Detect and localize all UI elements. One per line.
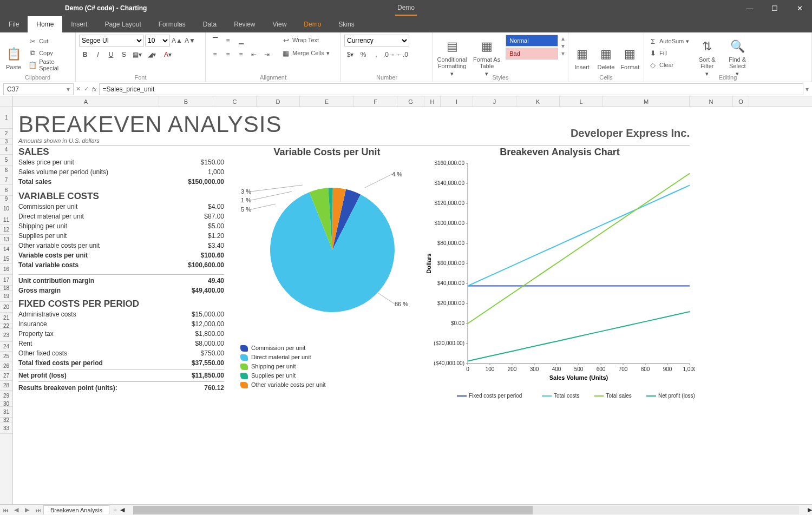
accept-formula-icon[interactable]: ✓ [84, 85, 89, 93]
column-headers[interactable]: ABCDEFGHIJKLMNO [0, 96, 812, 107]
row-header-25[interactable]: 25 [0, 352, 12, 361]
row-header-31[interactable]: 31 [0, 407, 12, 418]
horizontal-scrollbar[interactable]: ◀▶ [120, 506, 812, 514]
row-header-11[interactable]: 11 [0, 215, 12, 225]
row-header-20[interactable]: 20 [0, 302, 12, 313]
tab-nav-first[interactable]: ⏮ [0, 507, 11, 513]
tab-nav-last[interactable]: ⏭ [32, 507, 43, 513]
font-color-button[interactable]: A▾ [160, 49, 175, 61]
row-header-10[interactable]: 10 [0, 202, 12, 215]
tab-review[interactable]: Review [225, 16, 264, 32]
tab-view[interactable]: View [264, 16, 296, 32]
column-header-K[interactable]: K [516, 96, 560, 107]
align-bottom-button[interactable]: ▁ [235, 35, 247, 47]
comma-button[interactable]: , [370, 49, 382, 61]
row-header-3[interactable]: 3 [0, 138, 12, 145]
column-header-J[interactable]: J [473, 96, 516, 107]
row-header-1[interactable]: 1 [0, 107, 12, 129]
fill-color-button[interactable]: ◢▾ [144, 49, 159, 61]
row-header-8[interactable]: 8 [0, 185, 12, 196]
align-right-button[interactable]: ≡ [235, 49, 247, 61]
number-format-select[interactable]: Currency [344, 35, 409, 47]
currency-button[interactable]: $▾ [344, 49, 356, 61]
align-center-button[interactable]: ≡ [222, 49, 234, 61]
font-size-select[interactable]: 10 [145, 35, 170, 47]
column-header-H[interactable]: H [424, 96, 441, 107]
shrink-font-button[interactable]: A▼ [184, 35, 196, 47]
row-headers[interactable]: 1234567891011121314151617181920212223242… [0, 107, 13, 504]
row-header-30[interactable]: 30 [0, 401, 12, 407]
column-header-A[interactable]: A [13, 96, 159, 107]
tab-skins[interactable]: Skins [330, 16, 363, 32]
center-tab[interactable]: Demo [395, 1, 417, 16]
cancel-formula-icon[interactable]: ✕ [76, 85, 81, 93]
column-header-L[interactable]: L [560, 96, 603, 107]
row-header-15[interactable]: 15 [0, 254, 12, 264]
tab-file[interactable]: File [0, 16, 28, 32]
close-button[interactable]: ✕ [787, 0, 812, 16]
row-header-33[interactable]: 33 [0, 423, 12, 434]
row-header-9[interactable]: 9 [0, 196, 12, 202]
tab-insert[interactable]: Insert [62, 16, 96, 32]
row-header-18[interactable]: 18 [0, 286, 12, 291]
column-header-C[interactable]: C [213, 96, 257, 107]
row-header-7[interactable]: 7 [0, 175, 12, 185]
paste-special-button[interactable]: 📋Paste Special [27, 60, 72, 70]
autosum-button[interactable]: ΣAutoSum ▾ [647, 36, 690, 47]
borders-button[interactable]: ▦▾ [131, 49, 143, 61]
font-name-select[interactable]: Segoe UI [79, 35, 144, 47]
row-header-6[interactable]: 6 [0, 166, 12, 175]
align-middle-button[interactable]: ≡ [222, 35, 234, 47]
column-header-O[interactable]: O [733, 96, 749, 107]
italic-button[interactable]: I [92, 49, 104, 61]
strike-button[interactable]: S [118, 49, 130, 61]
formula-input[interactable]: =Sales_price_unit [99, 83, 803, 95]
underline-button[interactable]: U [105, 49, 117, 61]
row-header-28[interactable]: 28 [0, 381, 12, 391]
style-bad[interactable]: Bad [506, 48, 558, 60]
inc-decimal-button[interactable]: .0→ [383, 49, 395, 61]
select-all-corner[interactable] [0, 96, 13, 107]
style-normal[interactable]: Normal [506, 35, 558, 47]
tab-nav-next[interactable]: ▶ [22, 506, 32, 513]
clear-button[interactable]: ◇Clear [647, 60, 690, 70]
align-top-button[interactable]: ▔ [209, 35, 221, 47]
row-header-22[interactable]: 22 [0, 323, 12, 329]
tab-nav-prev[interactable]: ◀ [11, 506, 22, 513]
maximize-button[interactable]: ☐ [762, 0, 787, 16]
percent-button[interactable]: % [357, 49, 369, 61]
row-header-26[interactable]: 26 [0, 361, 12, 371]
fill-button[interactable]: ⬇Fill [647, 48, 690, 58]
copy-button[interactable]: ⧉Copy [27, 48, 72, 58]
sheet-tab[interactable]: Breakeven Analysis [43, 505, 109, 514]
dec-decimal-button[interactable]: ←.0 [396, 49, 408, 61]
row-header-16[interactable]: 16 [0, 264, 12, 275]
row-header-23[interactable]: 23 [0, 329, 12, 342]
row-header-32[interactable]: 32 [0, 418, 12, 423]
tab-formulas[interactable]: Formulas [150, 16, 194, 32]
minimize-button[interactable]: ― [737, 0, 762, 16]
align-left-button[interactable]: ≡ [209, 49, 221, 61]
column-header-B[interactable]: B [159, 96, 213, 107]
row-header-24[interactable]: 24 [0, 342, 12, 352]
column-header-D[interactable]: D [257, 96, 300, 107]
column-header-E[interactable]: E [300, 96, 354, 107]
grow-font-button[interactable]: A▲ [171, 35, 183, 47]
fx-icon[interactable]: fx [92, 86, 97, 93]
row-header-29[interactable]: 29 [0, 391, 12, 401]
tab-home[interactable]: Home [28, 16, 62, 32]
column-header-G[interactable]: G [397, 96, 424, 107]
row-header-13[interactable]: 13 [0, 235, 12, 245]
row-header-21[interactable]: 21 [0, 313, 12, 323]
merge-cells-button[interactable]: ▦Merge Cells ▾ [280, 48, 331, 58]
tab-data[interactable]: Data [194, 16, 225, 32]
indent-dec-button[interactable]: ⇤ [248, 49, 260, 61]
row-header-17[interactable]: 17 [0, 275, 12, 286]
tab-page-layout[interactable]: Page Layout [96, 16, 149, 32]
row-header-2[interactable]: 2 [0, 129, 12, 138]
row-header-14[interactable]: 14 [0, 245, 12, 254]
indent-inc-button[interactable]: ⇥ [261, 49, 273, 61]
row-header-27[interactable]: 27 [0, 371, 12, 381]
column-header-N[interactable]: N [690, 96, 733, 107]
column-header-M[interactable]: M [603, 96, 690, 107]
